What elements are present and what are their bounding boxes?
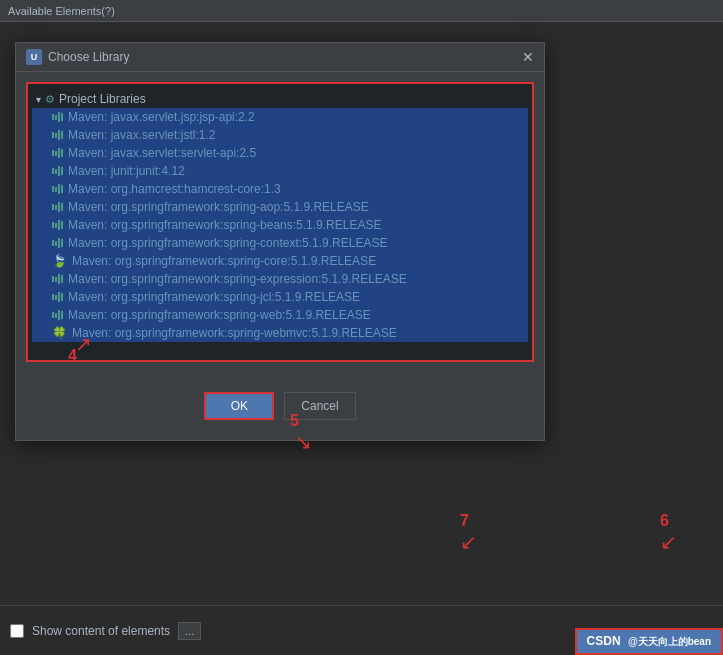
list-item[interactable]: Maven: javax.servlet:servlet-api:2.5 xyxy=(32,144,528,162)
csdn-tag: CSDN @天天向上的bean xyxy=(575,628,723,655)
list-item[interactable]: Maven: javax.servlet:jstl:1.2 xyxy=(32,126,528,144)
show-content-label: Show content of elements xyxy=(32,624,170,638)
list-item[interactable]: Maven: org.hamcrest:hamcrest-core:1.3 xyxy=(32,180,528,198)
library-bars-icon xyxy=(52,292,63,302)
library-bars-icon xyxy=(52,148,63,158)
annotation-5: 5 xyxy=(290,412,299,430)
library-bars-icon xyxy=(52,184,63,194)
dialog-title: Choose Library xyxy=(48,50,129,64)
library-bars-icon xyxy=(52,166,63,176)
list-item[interactable]: Maven: org.springframework:spring-web:5.… xyxy=(32,306,528,324)
list-item[interactable]: Maven: org.springframework:spring-contex… xyxy=(32,234,528,252)
dialog-body: ▾ ⚙ Project Libraries Maven: javax.servl… xyxy=(16,72,544,440)
tree-root-label: Project Libraries xyxy=(59,92,146,106)
list-item[interactable]: Maven: org.springframework:spring-jcl:5.… xyxy=(32,288,528,306)
watermark-text: @天天向上的bean xyxy=(628,636,711,647)
library-bars-icon xyxy=(52,274,63,284)
arrow-7-icon: ↙ xyxy=(460,530,477,554)
arrow-4-icon: ↗ xyxy=(75,332,92,356)
dialog-icon: U xyxy=(26,49,42,65)
library-tree[interactable]: ▾ ⚙ Project Libraries Maven: javax.servl… xyxy=(26,82,534,362)
tree-chevron-icon: ▾ xyxy=(36,94,41,105)
annotation-6: 6 xyxy=(660,512,669,530)
library-bars-icon xyxy=(52,112,63,122)
list-item[interactable]: 🍀 Maven: org.springframework:spring-webm… xyxy=(32,324,528,342)
list-item[interactable]: Maven: junit:junit:4.12 xyxy=(32,162,528,180)
dialog-titlebar-left: U Choose Library xyxy=(26,49,129,65)
library-leaf-icon: 🍃 xyxy=(52,254,67,268)
dialog-buttons-row: OK Cancel xyxy=(26,392,534,420)
list-item[interactable]: Maven: javax.servlet.jsp:jsp-api:2.2 xyxy=(32,108,528,126)
list-item[interactable]: Maven: org.springframework:spring-beans:… xyxy=(32,216,528,234)
tree-root-project-libraries[interactable]: ▾ ⚙ Project Libraries xyxy=(32,90,528,108)
list-item[interactable]: Maven: org.springframework:spring-aop:5.… xyxy=(32,198,528,216)
library-leaf2-icon: 🍀 xyxy=(52,326,67,340)
dots-button[interactable]: ... xyxy=(178,622,201,640)
list-item[interactable]: 🍃 Maven: org.springframework:spring-core… xyxy=(32,252,528,270)
library-bars-icon xyxy=(52,220,63,230)
dialog-titlebar: U Choose Library ✕ xyxy=(16,43,544,72)
libraries-icon: ⚙ xyxy=(45,93,55,106)
arrow-5-icon: ↘ xyxy=(295,430,312,454)
list-item[interactable]: Maven: org.springframework:spring-expres… xyxy=(32,270,528,288)
library-bars-icon xyxy=(52,202,63,212)
ok-button[interactable]: OK xyxy=(204,392,274,420)
annotation-7: 7 xyxy=(460,512,469,530)
page-background: U Choose Library ✕ ▾ ⚙ Project Libraries xyxy=(0,22,723,655)
show-content-checkbox[interactable] xyxy=(10,624,24,638)
choose-library-dialog: U Choose Library ✕ ▾ ⚙ Project Libraries xyxy=(15,42,545,441)
library-bars-icon xyxy=(52,130,63,140)
library-bars-icon xyxy=(52,238,63,248)
top-bar-title: Available Elements(?) xyxy=(8,5,115,17)
arrow-6-icon: ↙ xyxy=(660,530,677,554)
library-bars-icon xyxy=(52,310,63,320)
top-bar: Available Elements(?) xyxy=(0,0,723,22)
dialog-close-button[interactable]: ✕ xyxy=(522,50,534,64)
bottom-right-tags: CSDN @天天向上的bean xyxy=(575,628,723,655)
